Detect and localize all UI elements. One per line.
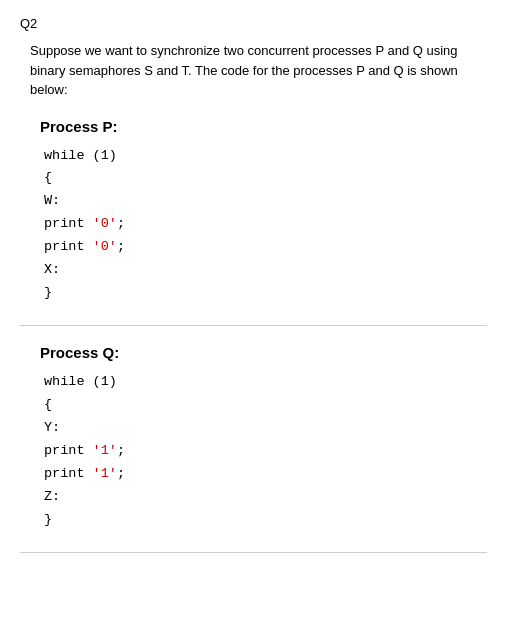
process-p-title: Process P: bbox=[40, 118, 487, 135]
process-p-code: while (1) { W: print '0'; print '0'; X: … bbox=[44, 145, 487, 306]
code-line: X: bbox=[44, 259, 487, 282]
process-q-code: while (1) { Y: print '1'; print '1'; Z: … bbox=[44, 371, 487, 532]
code-line: print '1'; bbox=[44, 463, 487, 486]
process-q-title: Process Q: bbox=[40, 344, 487, 361]
code-line: } bbox=[44, 509, 487, 532]
code-line: print '0'; bbox=[44, 213, 487, 236]
code-line: { bbox=[44, 394, 487, 417]
divider-q bbox=[20, 552, 487, 553]
code-line: Z: bbox=[44, 486, 487, 509]
code-line: print '0'; bbox=[44, 236, 487, 259]
code-highlight: '1' bbox=[93, 443, 117, 458]
code-line: } bbox=[44, 282, 487, 305]
code-highlight: '0' bbox=[93, 216, 117, 231]
code-highlight: '1' bbox=[93, 466, 117, 481]
code-line: { bbox=[44, 167, 487, 190]
question-label: Q2 bbox=[20, 16, 487, 31]
code-highlight: '0' bbox=[93, 239, 117, 254]
code-line: while (1) bbox=[44, 145, 487, 168]
code-line: Y: bbox=[44, 417, 487, 440]
process-q-section: Process Q: while (1) { Y: print '1'; pri… bbox=[40, 344, 487, 532]
code-line: while (1) bbox=[44, 371, 487, 394]
description: Suppose we want to synchronize two concu… bbox=[30, 41, 487, 100]
divider-p bbox=[20, 325, 487, 326]
code-line: print '1'; bbox=[44, 440, 487, 463]
code-line: W: bbox=[44, 190, 487, 213]
process-p-section: Process P: while (1) { W: print '0'; pri… bbox=[40, 118, 487, 306]
